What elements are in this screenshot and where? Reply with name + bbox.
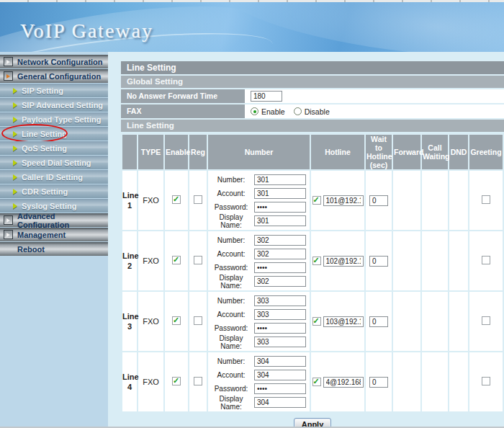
line-3-password-input[interactable] [254, 323, 306, 334]
line-3-number-input[interactable] [254, 295, 306, 306]
line-2-type: FXO [138, 231, 163, 290]
col-header-forward: Forward [393, 135, 420, 169]
col-header-dnd: DND [449, 135, 468, 169]
col-header-wait-to-hotline: Wait to Hotline (sec) [366, 135, 392, 169]
sidebar-item-line-setting[interactable]: Line Setting [0, 127, 108, 141]
number-field-label: Number: [208, 176, 254, 184]
line-4-label: Line 4 [122, 352, 137, 411]
account-field-label: Account: [208, 311, 254, 318]
line-setting-section-header: Line Setting [121, 120, 504, 132]
table-row-line-4: Line 4 FXO Number: Account: Password: Di… [122, 352, 503, 411]
line-4-password-input[interactable] [254, 383, 306, 394]
fax-label: FAX [121, 104, 245, 118]
fax-enable-label: Enable [261, 107, 285, 116]
line-2-wait-to-hotline-input[interactable] [369, 256, 388, 267]
col-header-reg: Reg [189, 135, 207, 169]
line-2-hotline-input[interactable] [323, 256, 364, 267]
display-name-field-label: Display Name: [208, 395, 254, 411]
sidebar-item-speed-dial-setting[interactable]: Speed Dial Setting [0, 156, 108, 169]
triangle-bullet-icon [13, 117, 17, 122]
line-4-type: FXO [138, 352, 163, 411]
arrow-box-icon [4, 71, 13, 81]
line-3-dnd-cell [449, 292, 468, 351]
number-field-label: Number: [208, 357, 254, 365]
line-2-hotline-checkbox[interactable] [312, 257, 321, 265]
line-1-type: FXO [138, 171, 163, 230]
sidebar-item-network-configuration[interactable]: Network Configuration [0, 55, 108, 68]
line-2-call-waiting-cell [422, 231, 448, 290]
fax-enable-radio[interactable] [251, 107, 258, 115]
line-1-dnd-cell [449, 171, 468, 230]
no-answer-forward-time-input[interactable] [251, 91, 282, 102]
line-3-type: FXO [138, 292, 163, 351]
line-2-password-input[interactable] [254, 262, 306, 273]
sidebar-item-management[interactable]: Management [0, 228, 108, 241]
line-1-reg-checkbox[interactable] [194, 195, 202, 204]
line-1-hotline-checkbox[interactable] [312, 196, 321, 205]
sidebar-item-sip-setting[interactable]: SIP Setting [0, 84, 108, 97]
sidebar-item-sip-advanced-setting[interactable]: SIP Advanced Setting [0, 98, 108, 112]
sidebar-item-caller-id-setting[interactable]: Caller ID Setting [0, 170, 108, 184]
sidebar-item-reboot[interactable]: Reboot [0, 242, 108, 256]
col-header-greeting: Greeting [469, 135, 503, 169]
arrow-box-icon [4, 215, 13, 225]
line-4-wait-to-hotline-input[interactable] [369, 377, 388, 388]
display-name-field-label: Display Name: [208, 334, 254, 350]
line-3-hotline-checkbox[interactable] [312, 317, 321, 326]
no-answer-forward-time-row: No Answer Forward Time [121, 89, 504, 103]
sidebar-item-payload-type-setting[interactable]: Payload Type Setting [0, 112, 108, 126]
line-3-display-name-input[interactable] [254, 336, 306, 347]
line-2-account-input[interactable] [254, 249, 306, 259]
line-1-password-input[interactable] [254, 202, 306, 213]
line-2-display-name-input[interactable] [254, 276, 306, 287]
triangle-bullet-icon [13, 203, 17, 209]
line-1-account-input[interactable] [254, 188, 306, 199]
line-3-wait-to-hotline-input[interactable] [369, 316, 388, 327]
line-4-greeting-checkbox[interactable] [482, 377, 490, 385]
line-3-reg-checkbox[interactable] [194, 316, 202, 325]
line-1-wait-to-hotline-input[interactable] [369, 195, 388, 206]
line-3-enable-checkbox[interactable] [172, 316, 181, 325]
line-4-reg-checkbox[interactable] [194, 377, 202, 385]
line-2-reg-checkbox[interactable] [194, 256, 202, 264]
line-4-call-waiting-cell [422, 352, 448, 411]
line-4-hotline-checkbox[interactable] [312, 378, 321, 386]
global-setting-section-header: Global Setting [121, 76, 504, 88]
sidebar-item-cdr-setting[interactable]: CDR Setting [0, 184, 108, 198]
sidebar-item-general-configuration[interactable]: General Configuration [0, 69, 108, 83]
sidebar-item-advanced-configuration[interactable]: Advanced Configuration [0, 213, 108, 227]
line-3-label: Line 3 [122, 292, 137, 351]
line-1-number-input[interactable] [254, 174, 306, 185]
line-2-greeting-checkbox[interactable] [482, 256, 490, 264]
password-field-label: Password: [208, 264, 254, 272]
line-3-forward-cell [393, 292, 420, 351]
line-3-hotline-input[interactable] [323, 316, 364, 327]
sidebar-item-qos-setting[interactable]: QoS Setting [0, 141, 108, 155]
line-1-hotline-input[interactable] [323, 195, 364, 206]
line-4-enable-checkbox[interactable] [172, 377, 181, 385]
col-header-number: Number [208, 135, 310, 169]
line-4-number-input[interactable] [254, 356, 306, 367]
line-4-display-name-input[interactable] [254, 397, 306, 408]
sidebar-item-syslog-setting[interactable]: Syslog Setting [0, 199, 108, 213]
fax-disable-radio[interactable] [294, 107, 302, 115]
fax-disable-label: Disable [305, 107, 330, 116]
line-2-enable-checkbox[interactable] [172, 256, 181, 264]
arrow-box-icon [4, 57, 13, 66]
line-1-forward-cell [393, 171, 420, 230]
line-1-greeting-checkbox[interactable] [482, 195, 490, 204]
line-1-display-name-input[interactable] [254, 215, 306, 226]
line-2-number-input[interactable] [254, 235, 306, 246]
line-4-account-input[interactable] [254, 370, 306, 380]
sidebar-nav: Network Configuration General Configurat… [0, 52, 108, 428]
arrow-box-icon [4, 230, 13, 239]
line-4-dnd-cell [449, 352, 468, 411]
table-row-line-1: Line 1 FXO Number: Account: Password: Di… [122, 171, 503, 230]
password-field-label: Password: [208, 203, 254, 211]
page-title: VoIP Gateway [20, 19, 153, 43]
line-3-account-input[interactable] [254, 309, 306, 320]
triangle-bullet-icon [13, 131, 17, 137]
line-3-greeting-checkbox[interactable] [482, 316, 490, 325]
line-4-hotline-input[interactable] [323, 377, 364, 388]
line-1-enable-checkbox[interactable] [172, 195, 181, 204]
